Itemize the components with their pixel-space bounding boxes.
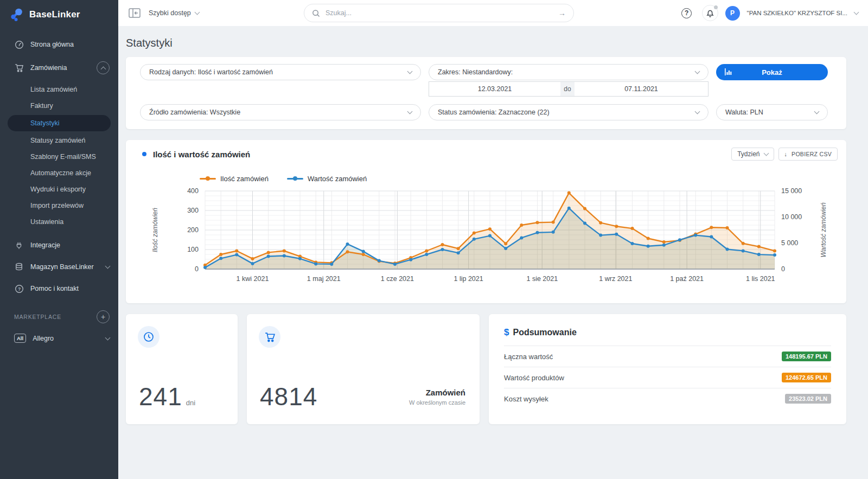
chevron-down-icon[interactable] [854,10,859,15]
notification-dot [714,5,718,9]
database-icon [14,262,24,272]
sidebar-item-label: Allegro [33,335,54,342]
date-from-input[interactable] [429,81,560,97]
sidebar-item-import-przelew-w[interactable]: Import przelewów [0,197,118,214]
orders-caption: Zamówień W określonym czasie [409,388,465,406]
download-csv-button[interactable]: ↓ POBIERZ CSV [778,148,838,161]
orders-chart: 010020030040005 00010 00015 0001 kwi 202… [135,186,838,286]
help-button[interactable]: ? [679,5,695,21]
svg-text:1 maj 2021: 1 maj 2021 [307,275,341,283]
order-status-value: Status zamówienia: Zaznaczone (22) [438,108,550,116]
svg-text:1 cze 2021: 1 cze 2021 [381,275,414,283]
add-marketplace-button[interactable]: + [97,310,110,323]
quick-access-menu[interactable]: Szybki dostęp [149,9,199,17]
svg-text:400: 400 [187,187,199,195]
stat-cards-row: 241 dni 4814 Zamówień W określonym czasi… [126,314,846,424]
plug-icon [14,240,24,250]
baselinker-logo-icon [10,8,24,22]
summary-row-label: Wartość produktów [504,374,564,382]
avatar[interactable]: P [725,6,740,21]
period-select[interactable]: Tydzień [731,148,774,161]
sidebar-item-szablony-e-mail-sms[interactable]: Szablony E-mail/SMS [0,149,118,165]
chevron-down-icon [194,10,200,15]
brand-logo[interactable]: BaseLinker [0,0,118,30]
svg-text:15 000: 15 000 [781,187,802,195]
summary-row-label: Łączna wartość [504,353,553,361]
notifications-button[interactable] [702,5,718,21]
content: Statystyki Rodzaj danych: Ilość i wartoś… [118,26,868,479]
sidebar-item-allegro[interactable]: All Allegro [0,328,118,349]
range-value: Zakres: Niestandardowy: [438,68,513,76]
chart-card: Ilość i wartość zamówień Tydzień ↓ POBIE… [126,140,846,303]
chart-controls: Tydzień ↓ POBIERZ CSV [731,148,838,161]
app-root: BaseLinker Strona główna Zamówienia List… [0,0,868,479]
summary-card: $ Podsumowanie Łączna wartość148195.67 P… [489,314,846,424]
sidebar-item-wydruki-i-eksporty[interactable]: Wydruki i eksporty [0,181,118,197]
period-value: Tydzień [737,150,760,158]
filters-card: Rodzaj danych: Ilość i wartość zamówień … [126,57,846,129]
sidebar-item-automatyczne-akcje[interactable]: Automatyczne akcje [0,165,118,181]
orders-card: 4814 Zamówień W określonym czasie [247,314,480,424]
orders-value-row: 4814 [260,382,317,411]
collapse-section-button[interactable] [97,61,110,74]
svg-text:300: 300 [187,207,199,214]
summary-row-value-badge: 124672.65 PLN [782,373,831,382]
user-name[interactable]: "PAN SZKIEŁKO" KRZYSZTOF SI... [747,10,847,16]
sidebar-item-zamowienia[interactable]: Zamówienia [0,55,118,80]
legend-label: Wartość zamówień [308,175,367,183]
svg-text:?: ? [17,286,20,291]
summary-row: Koszt wysyłek23523.02 PLN [504,388,831,409]
sidebar-item-integracje[interactable]: Integracje [0,234,118,256]
currency-dropdown[interactable]: Waluta: PLN [716,104,828,120]
svg-text:1 lis 2021: 1 lis 2021 [746,275,775,283]
search-input[interactable] [326,9,553,17]
orders-value: 4814 [260,382,317,411]
range-dropdown[interactable]: Zakres: Niestandardowy: [429,64,709,80]
sidebar-item-faktury[interactable]: Faktury [0,98,118,114]
chevron-down-icon [407,109,413,114]
sidebar-item-ustawienia[interactable]: Ustawienia [0,214,118,230]
legend-item-warto-zam-wie: Wartość zamówień [287,175,367,183]
sidebar-item-statystyki[interactable]: Statystyki [8,115,111,131]
sidebar-item-lista-zam-wie[interactable]: Lista zamówień [0,81,118,98]
summary-row-label: Koszt wysyłek [504,395,548,403]
chevron-down-icon [105,335,111,340]
quick-access-label: Szybki dostęp [149,9,191,17]
orders-sublabel: W określonym czasie [409,399,465,406]
summary-rows: Łączna wartość148195.67 PLNWartość produ… [504,346,831,409]
svg-text:0: 0 [781,265,785,273]
sidebar-item-magazyn-baselinker[interactable]: Magazyn BaseLinker [0,256,118,278]
sidebar-toggle-button[interactable] [128,7,141,19]
order-status-dropdown[interactable]: Status zamówienia: Zaznaczone (22) [429,104,709,120]
data-type-dropdown[interactable]: Rodzaj danych: Ilość i wartość zamówień [140,64,421,80]
svg-text:200: 200 [187,226,199,234]
svg-text:0: 0 [195,265,199,273]
cart-icon [14,63,24,73]
sidebar-item-statusy-zam-wie[interactable]: Statusy zamówień [0,132,118,149]
sidebar-item-pomoc-i-kontakt[interactable]: ? Pomoc i kontakt [0,278,118,299]
help-icon: ? [681,8,692,18]
main-area: Szybki dostęp → ? P "PAN SZKIEŁKO" KRZYS… [118,0,868,479]
svg-text:1 lip 2021: 1 lip 2021 [454,275,483,283]
topbar: Szybki dostęp → ? P "PAN SZKIEŁKO" KRZYS… [118,0,868,26]
legend-item-ilo-zam-wie: Ilość zamówień [200,175,269,183]
sidebar-item-label: Integracje [30,241,60,249]
allegro-all-badge: All [14,334,26,343]
svg-text:Wartość zamówień: Wartość zamówień [820,202,827,257]
chart-legend: Ilość zamówieńWartość zamówień [200,174,838,183]
search-submit-arrow-icon[interactable]: → [558,9,566,17]
order-source-value: Źródło zamówienia: Wszystkie [149,108,240,116]
legend-marker [200,178,216,180]
chart-title: Ilość i wartość zamówień [153,150,250,159]
show-button-label: Pokaż [762,68,782,76]
days-value: 241 [139,382,182,411]
show-button[interactable]: Pokaż [716,64,828,80]
chevron-down-icon [105,264,111,269]
page-title: Statystyki [126,37,846,49]
sidebar-item-strona-glowna[interactable]: Strona główna [0,34,118,55]
svg-text:1 wrz 2021: 1 wrz 2021 [599,275,632,283]
order-source-dropdown[interactable]: Źródło zamówienia: Wszystkie [140,104,421,120]
date-to-input[interactable] [575,81,709,97]
summary-row: Wartość produktów124672.65 PLN [504,367,831,388]
orders-submenu: Lista zamówieńFakturyStatystykiStatusy z… [0,80,118,234]
